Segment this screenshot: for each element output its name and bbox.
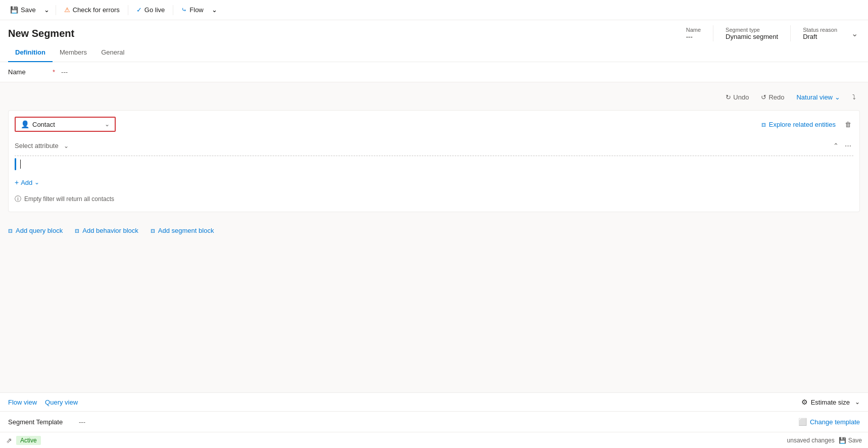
tab-general-label: General xyxy=(101,48,124,56)
redo-icon: ↺ xyxy=(761,93,766,101)
flow-chevron[interactable]: ⌄ xyxy=(210,4,219,16)
empty-filter-message: ⓘ Empty filter will return all contacts xyxy=(15,192,853,206)
main-content: Name * --- ↻ Undo ↺ Redo Natural view ⌄ … xyxy=(0,62,868,432)
add-segment-block-button[interactable]: ⧈ Add segment block xyxy=(151,224,218,237)
meta-name-value: --- xyxy=(686,33,693,40)
go-live-label: Go live xyxy=(144,6,165,14)
add-button[interactable]: + Add ⌄ xyxy=(15,176,43,188)
add-label: Add xyxy=(21,179,32,186)
add-behavior-label: Add behavior block xyxy=(82,227,138,234)
change-template-icon: ⬜ xyxy=(798,418,807,426)
toolbar-divider-2 xyxy=(128,5,128,15)
bottom-view-links: Flow view Query view xyxy=(8,399,78,406)
text-cursor xyxy=(20,160,21,169)
change-template-button[interactable]: ⬜ Change template xyxy=(798,418,860,426)
save-chevron[interactable]: ⌄ xyxy=(42,4,52,16)
attribute-row: Select attribute ⌄ ⌃ ⋯ xyxy=(15,138,853,156)
delete-block-button[interactable]: 🗑 xyxy=(843,119,853,130)
collapse-button[interactable]: ⌃ xyxy=(831,140,841,152)
flow-chevron-icon: ⌄ xyxy=(212,6,217,14)
flow-view-button[interactable]: Flow view xyxy=(8,399,37,406)
add-row: + Add ⌄ xyxy=(15,174,853,192)
flow-label: Flow xyxy=(189,6,203,14)
tab-members-label: Members xyxy=(60,48,87,56)
tab-definition[interactable]: Definition xyxy=(8,43,53,62)
go-live-button[interactable]: ✓ Go live xyxy=(132,4,169,16)
segment-template-value: --- xyxy=(79,418,798,426)
name-section: Name * --- xyxy=(0,62,868,82)
tab-definition-label: Definition xyxy=(15,48,45,56)
natural-view-chevron-icon: ⌄ xyxy=(835,93,840,101)
meta-segment-type-value: Dynamic segment xyxy=(726,33,778,40)
attribute-chevron-icon: ⌄ xyxy=(64,142,69,150)
bottom-panel: Flow view Query view ⚙ Estimate size ⌄ S… xyxy=(0,392,868,432)
entity-selector[interactable]: 👤 Contact ⌄ xyxy=(15,117,116,132)
tab-general[interactable]: General xyxy=(94,43,131,62)
status-right: unsaved changes 💾 Save xyxy=(787,437,862,444)
block-actions: ⧈ Add query block ⧈ Add behavior block ⧈… xyxy=(8,220,860,241)
undo-icon: ↻ xyxy=(726,93,731,101)
estimate-size-button[interactable]: ⚙ Estimate size ⌄ xyxy=(801,398,860,406)
check-errors-icon: ⚠ xyxy=(64,6,70,14)
page-header: New Segment Name --- Segment type Dynami… xyxy=(0,20,868,43)
toolbar-divider-1 xyxy=(56,5,56,15)
estimate-chevron-icon: ⌄ xyxy=(855,399,860,406)
toolbar-divider-3 xyxy=(173,5,173,15)
natural-view-button[interactable]: Natural view ⌄ xyxy=(792,91,844,103)
status-save-icon: 💾 xyxy=(839,437,846,444)
toolbar: 💾 Save ⌄ ⚠ Check for errors ✓ Go live ⤷ … xyxy=(0,0,868,20)
estimate-size-label: Estimate size xyxy=(811,399,850,406)
entity-icon: 👤 xyxy=(21,120,29,128)
add-query-block-button[interactable]: ⧈ Add query block xyxy=(8,224,67,237)
info-icon: ⓘ xyxy=(15,194,21,204)
query-view-button[interactable]: Query view xyxy=(45,399,78,406)
undo-label: Undo xyxy=(733,93,749,101)
flow-icon: ⤷ xyxy=(181,6,187,14)
save-button[interactable]: 💾 Save xyxy=(6,4,40,16)
estimate-icon: ⚙ xyxy=(801,398,808,406)
check-errors-label: Check for errors xyxy=(73,6,120,14)
header-collapse-button[interactable]: ⌄ xyxy=(849,27,860,40)
page-title: New Segment xyxy=(8,28,74,39)
explore-icon: ⧈ xyxy=(761,120,766,129)
cursor-area xyxy=(15,156,853,174)
add-icon: + xyxy=(15,178,19,186)
name-label: Name xyxy=(8,68,49,76)
save-label: Save xyxy=(21,6,36,14)
status-active-badge: Active xyxy=(16,436,41,445)
tab-members[interactable]: Members xyxy=(53,43,94,62)
entity-chevron-icon: ⌄ xyxy=(105,121,110,128)
save-icon: 💾 xyxy=(10,6,18,14)
flow-view-label: Flow view xyxy=(8,399,37,406)
more-options-icon: ⋯ xyxy=(845,142,851,150)
name-value: --- xyxy=(61,68,68,76)
explore-related-button[interactable]: ⧈ Explore related entities xyxy=(757,118,840,131)
bottom-views: Flow view Query view ⚙ Estimate size ⌄ xyxy=(0,393,868,412)
blue-line xyxy=(15,158,16,170)
meta-segment-type: Segment type Dynamic segment xyxy=(726,27,778,40)
undo-button[interactable]: ↻ Undo xyxy=(721,91,753,103)
meta-status: Status reason Draft xyxy=(803,27,837,40)
status-save-label: Save xyxy=(848,437,862,444)
add-query-label: Add query block xyxy=(16,227,63,234)
template-row: Segment Template --- ⬜ Change template xyxy=(0,412,868,432)
query-block: 👤 Contact ⌄ ⧈ Explore related entities 🗑 xyxy=(8,110,860,212)
meta-status-value: Draft xyxy=(803,33,817,40)
entity-name: Contact xyxy=(32,121,102,128)
header-meta: Name --- Segment type Dynamic segment St… xyxy=(686,25,860,41)
redo-label: Redo xyxy=(768,93,784,101)
more-options-button[interactable]: ⋯ xyxy=(843,140,853,152)
natural-view-label: Natural view xyxy=(796,93,833,101)
add-behavior-block-button[interactable]: ⧈ Add behavior block xyxy=(75,224,142,237)
redo-button[interactable]: ↺ Redo xyxy=(757,91,788,103)
save-chevron-icon: ⌄ xyxy=(44,6,50,14)
attribute-label: Select attribute xyxy=(15,142,59,150)
add-query-icon: ⧈ xyxy=(8,226,13,235)
expand-button[interactable]: ⤵ xyxy=(848,91,860,103)
attribute-selector[interactable]: Select attribute ⌄ xyxy=(15,140,73,152)
explore-label: Explore related entities xyxy=(769,121,836,128)
check-errors-button[interactable]: ⚠ Check for errors xyxy=(60,4,124,16)
empty-filter-text: Empty filter will return all contacts xyxy=(24,195,114,203)
flow-button[interactable]: ⤷ Flow xyxy=(177,4,207,16)
status-save-button[interactable]: 💾 Save xyxy=(839,437,862,444)
